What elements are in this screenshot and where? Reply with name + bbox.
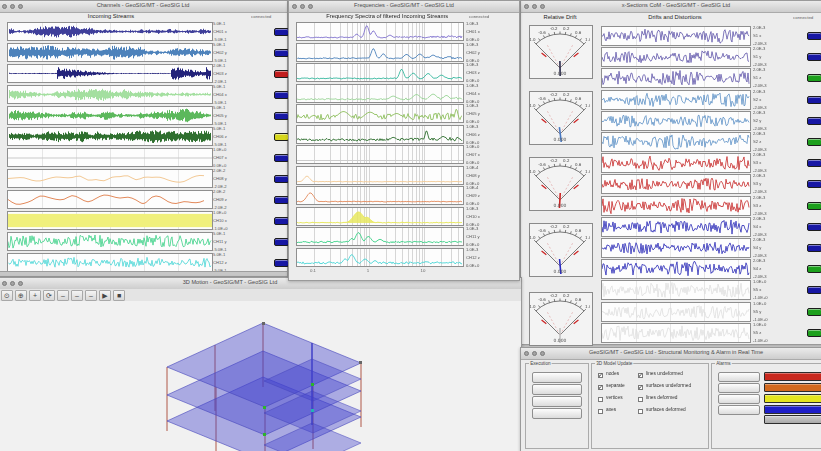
- rotate-tool-icon[interactable]: ⟳: [43, 290, 55, 301]
- status-led-green[interactable]: [807, 265, 821, 273]
- status-led-green[interactable]: [807, 138, 821, 146]
- status-led-blue[interactable]: [274, 112, 289, 120]
- minimize-icon[interactable]: [10, 281, 15, 286]
- pan-tool-icon[interactable]: +: [29, 290, 41, 301]
- status-led-blue[interactable]: [807, 96, 821, 104]
- status-led-blue[interactable]: [807, 53, 821, 61]
- scale-max-label: 2.0E-3: [753, 153, 767, 157]
- status-led-blue[interactable]: [274, 154, 289, 162]
- minimize-icon[interactable]: [532, 351, 537, 356]
- scale-max-label: 1.0E-3: [466, 248, 480, 252]
- drift-waveform-canvas: [602, 154, 750, 172]
- status-led-green[interactable]: [807, 329, 821, 337]
- status-led-blue[interactable]: [274, 91, 289, 99]
- stop-button-icon[interactable]: ■: [113, 290, 125, 301]
- zoom-icon[interactable]: [540, 351, 545, 356]
- status-led-blue[interactable]: [807, 117, 821, 125]
- status-led-green[interactable]: [807, 74, 821, 82]
- quit-button[interactable]: Quit: [532, 408, 582, 419]
- status-led-green[interactable]: [807, 308, 821, 316]
- checkbox-surfaces-undeformed[interactable]: [638, 385, 643, 390]
- spectra-titlebar[interactable]: Frequencies - GeoSIG/MT - GeoSIG Ltd: [289, 1, 519, 13]
- status-led-red[interactable]: [274, 70, 289, 78]
- status-led-blue[interactable]: [807, 180, 821, 188]
- status-led-blue[interactable]: [274, 217, 289, 225]
- alarm-acknowledge-bar[interactable]: [764, 415, 821, 424]
- traffic-lights[interactable]: [2, 281, 23, 286]
- status-led-blue[interactable]: [274, 49, 289, 57]
- channels-titlebar[interactable]: Channels - GeoSIG/MT - GeoSIG Ltd: [0, 1, 287, 13]
- sections-titlebar[interactable]: x-Sections CoM - GeoSIG/MT - GeoSIG Ltd: [521, 1, 821, 13]
- close-icon[interactable]: [2, 4, 7, 9]
- alarm-reset-button[interactable]: Reset: [718, 372, 760, 382]
- close-icon[interactable]: [292, 4, 297, 9]
- traffic-lights[interactable]: [2, 4, 23, 9]
- checkbox-nodes[interactable]: [598, 373, 603, 378]
- play-button-icon[interactable]: ▶: [99, 290, 111, 301]
- minimize-icon[interactable]: [532, 4, 537, 9]
- control-titlebar[interactable]: GeoSIG/MT - GeoSIG Ltd - Structural Moni…: [521, 348, 821, 360]
- select-tool-icon[interactable]: ⊙: [1, 290, 13, 301]
- scale-max-label: 2.0E-3: [753, 90, 767, 94]
- checkbox-separate[interactable]: [598, 385, 603, 390]
- alarm-reset-button[interactable]: Reset: [718, 394, 760, 404]
- checkbox-label: axes: [606, 407, 616, 412]
- status-led-green[interactable]: [807, 202, 821, 210]
- trace-row: 2.0E-1CH03 z-2.0E-1: [0, 63, 287, 84]
- status-led-yellow[interactable]: [274, 133, 289, 141]
- drift-waveform-canvas: [602, 112, 750, 130]
- status-led-blue[interactable]: [807, 159, 821, 167]
- status-led-blue[interactable]: [274, 175, 289, 183]
- minimize-icon[interactable]: [300, 4, 305, 9]
- channel-tag: CH06 z: [466, 133, 480, 137]
- zoom-tool-icon[interactable]: ⊕: [15, 290, 27, 301]
- axis-x-toggle[interactable]: ‒: [57, 290, 69, 301]
- status-led-blue[interactable]: [807, 244, 821, 252]
- spectrum-plot: [296, 248, 464, 267]
- checkbox-vertices[interactable]: [598, 397, 603, 402]
- close-icon[interactable]: [524, 4, 529, 9]
- traffic-lights[interactable]: [524, 351, 545, 356]
- load-model-button[interactable]: Load Model: [532, 372, 582, 383]
- checkbox-lines-undeformed[interactable]: [638, 373, 643, 378]
- close-icon[interactable]: [524, 351, 529, 356]
- checkbox-surfaces-deformed[interactable]: [638, 409, 643, 414]
- minimize-icon[interactable]: [10, 4, 15, 9]
- channel-tag: S5 x: [753, 288, 768, 292]
- status-led-blue[interactable]: [274, 196, 289, 204]
- start-stop-button[interactable]: Start / Stop: [532, 396, 582, 407]
- checkbox-lines-deformed[interactable]: [638, 397, 643, 402]
- zoom-icon[interactable]: [18, 281, 23, 286]
- channel-tag: CH09 z: [466, 194, 480, 198]
- channel-tag: S1 z: [753, 76, 767, 80]
- status-led-blue[interactable]: [274, 28, 289, 36]
- channel-tag: CH03 z: [466, 71, 480, 75]
- model-options-group: 3D Model Update nodesseparateverticesaxe…: [591, 363, 709, 449]
- traffic-lights[interactable]: [292, 4, 313, 9]
- status-led-blue[interactable]: [807, 286, 821, 294]
- traffic-lights[interactable]: [524, 4, 545, 9]
- drift-trace-row: 1.0E+0S5 z-1.0E+0: [521, 322, 821, 343]
- status-led-blue[interactable]: [274, 259, 289, 267]
- window-title: Channels - GeoSIG/MT - GeoSIG Ltd: [54, 2, 233, 8]
- close-icon[interactable]: [2, 281, 7, 286]
- drift-trace-row: 2.0E-3S2 x-2.0E-3: [521, 89, 821, 110]
- status-led-blue[interactable]: [807, 223, 821, 231]
- alarm-reset-button[interactable]: Reset: [718, 383, 760, 393]
- checkbox-axes[interactable]: [598, 409, 603, 414]
- alarm-reset-button[interactable]: Reset: [718, 405, 760, 415]
- status-led-blue[interactable]: [807, 32, 821, 40]
- 3d-viewport[interactable]: [0, 301, 521, 451]
- axis-z-toggle[interactable]: ‒: [85, 290, 97, 301]
- zoom-icon[interactable]: [18, 4, 23, 9]
- axis-y-toggle[interactable]: ‒: [71, 290, 83, 301]
- zoom-icon[interactable]: [308, 4, 313, 9]
- spectrum-row: 1.0E-3CH03 z0.0E+0: [289, 62, 519, 82]
- drift-waveform-canvas: [602, 281, 750, 299]
- zoom-icon[interactable]: [540, 4, 545, 9]
- status-led-blue[interactable]: [274, 238, 289, 246]
- scale-max-label: 5.0E-1: [213, 127, 227, 131]
- trace-row: 5.0E-1CH06 z-5.0E-1: [0, 126, 287, 147]
- channel-tag: CH02 y: [213, 51, 227, 55]
- start-button[interactable]: Start: [532, 384, 582, 395]
